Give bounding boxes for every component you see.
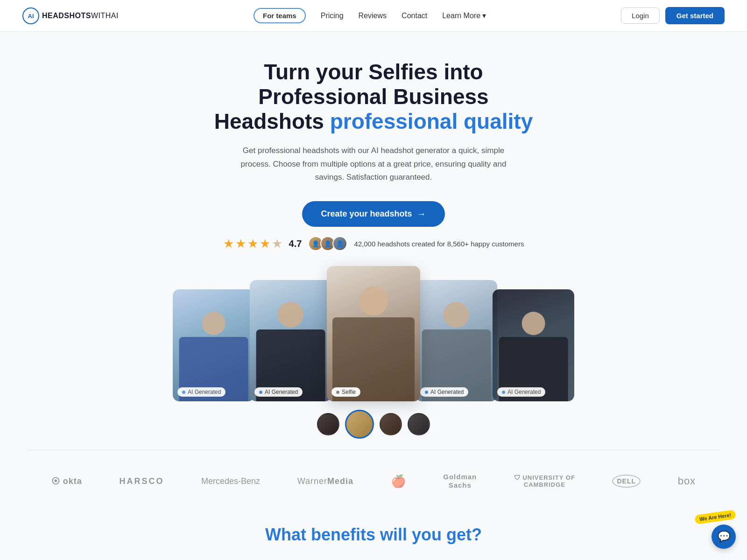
cta-label: Create your headshots — [321, 209, 412, 219]
hero-title-line1: Turn your Selfies into Professional Busi… — [258, 60, 488, 109]
chat-button[interactable]: 💬 — [712, 525, 736, 549]
navigation: AI HEADSHOTSWITHAI For teams Pricing Rev… — [0, 0, 747, 32]
star-4: ★ — [260, 237, 270, 251]
star-2: ★ — [235, 237, 246, 251]
nav-contact[interactable]: Contact — [402, 12, 427, 20]
hero-title-blue: professional quality — [330, 109, 533, 133]
rating-text: 42,000 headshots created for 8,560+ happ… — [354, 240, 524, 248]
brand-box: box — [678, 475, 696, 487]
nav-pricing[interactable]: Pricing — [321, 12, 344, 20]
arrow-icon: → — [417, 209, 426, 219]
nav-actions: Login Get started — [621, 7, 725, 24]
star-5-half: ★ — [272, 237, 282, 251]
nav-for-teams[interactable]: For teams — [254, 8, 306, 23]
photo-label-5: AI Generated — [497, 387, 545, 397]
selfie-dot — [336, 391, 339, 394]
chat-widget: We Are Here! 💬 — [695, 512, 736, 549]
brands-section: ⦿ okta HARSCO Mercedes-Benz WarnerMedia … — [0, 462, 747, 501]
photo-card-2: AI Generated — [250, 280, 331, 401]
photo-card-5: AI Generated — [493, 289, 574, 401]
chevron-down-icon: ▾ — [482, 11, 486, 20]
hero-title-line2: Headshots — [214, 109, 330, 133]
brand-okta: ⦿ okta — [51, 476, 82, 486]
rating-row: ★ ★ ★ ★ ★ 4.7 👤 👤 👤 42,000 headshots cre… — [9, 236, 738, 251]
photo-label-center: Selfie — [331, 387, 360, 397]
photo-label-2: AI Generated — [254, 387, 303, 397]
photo-label-4: AI Generated — [420, 387, 468, 397]
brand-apple: 🍎 — [391, 474, 406, 489]
chat-icon: 💬 — [718, 531, 730, 543]
section-heading: What benefits will you get? — [0, 510, 747, 545]
thumb-3[interactable] — [380, 413, 402, 435]
brand-dell: DELL — [612, 475, 641, 488]
nav-learn-more[interactable]: Learn More ▾ — [442, 11, 486, 20]
logo-icon: AI — [22, 7, 39, 24]
thumb-2[interactable] — [345, 410, 374, 439]
brand-goldman: GoldmanSachs — [443, 473, 477, 490]
logo[interactable]: AI HEADSHOTSWITHAI — [22, 7, 119, 24]
star-rating: ★ ★ ★ ★ ★ — [223, 237, 282, 251]
star-1: ★ — [223, 237, 234, 251]
bottom-section: What benefits will you get? — [0, 501, 747, 560]
customer-avatars: 👤 👤 👤 — [308, 236, 347, 251]
nav-links: For teams Pricing Reviews Contact Learn … — [254, 8, 486, 23]
logo-withai: WITHAI — [91, 12, 119, 20]
hero-subtitle: Get professional headshots with our AI h… — [238, 144, 509, 185]
create-headshots-button[interactable]: Create your headshots → — [302, 201, 444, 227]
star-3: ★ — [247, 237, 258, 251]
photo-card-1: AI Generated — [173, 289, 254, 401]
hero-section: Turn your Selfies into Professional Busi… — [0, 32, 747, 439]
ai-dot-4 — [425, 391, 428, 394]
brand-mercedes: Mercedes-Benz — [201, 476, 260, 486]
logo-headshots: HEADSHOTS — [42, 12, 91, 20]
hero-title: Turn your Selfies into Professional Busi… — [210, 60, 537, 134]
svg-text:AI: AI — [28, 13, 34, 20]
nav-reviews[interactable]: Reviews — [359, 12, 387, 20]
thumb-4[interactable] — [408, 413, 430, 435]
thumb-1[interactable] — [317, 413, 339, 435]
brand-warnermedia: WarnerMedia — [297, 476, 353, 486]
ai-dot-1 — [182, 391, 185, 394]
ai-dot-5 — [502, 391, 505, 394]
avatar-3: 👤 — [332, 236, 347, 251]
rating-number: 4.7 — [289, 238, 302, 249]
carousel-thumbs — [9, 410, 738, 439]
photo-card-center: Selfie — [327, 266, 420, 401]
brand-cambridge: 🛡 UNIVERSITY OFCAMBRIDGE — [514, 474, 575, 488]
ai-dot-2 — [259, 391, 262, 394]
login-button[interactable]: Login — [621, 7, 660, 24]
photo-card-4: AI Generated — [416, 280, 497, 401]
photo-label-1: AI Generated — [177, 387, 226, 397]
brands-divider — [28, 450, 719, 450]
brand-harsco: HARSCO — [119, 476, 164, 486]
get-started-button[interactable]: Get started — [665, 7, 725, 24]
headshot-gallery: AI Generated AI Generated Selfie — [117, 266, 630, 401]
